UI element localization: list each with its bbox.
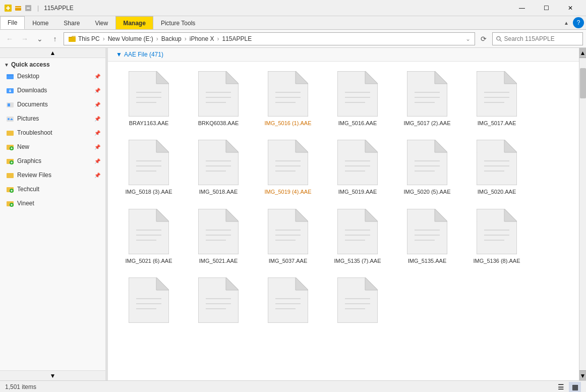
file-item-17[interactable]: IMG_5136 (8).AAE (464, 204, 530, 269)
file-item-3[interactable]: IMG_5016.AAE (325, 67, 390, 131)
sidebar-item-desktop[interactable]: Desktop 📌 (0, 69, 105, 83)
sidebar-scroll-down[interactable]: ▼ (0, 370, 105, 380)
file-name-11: IMG_5020.AAE (478, 188, 516, 195)
title-bar-separator: | (37, 5, 39, 12)
tab-view[interactable]: View (87, 16, 115, 29)
file-name-1: BRKQ6038.AAE (198, 120, 239, 127)
group-toggle-icon: ▼ (116, 51, 122, 58)
sidebar-scroll-up[interactable]: ▲ (0, 48, 105, 58)
sidebar-label-pictures: Pictures (17, 115, 91, 122)
scroll-up-button[interactable]: ▲ (579, 48, 587, 58)
sidebar-section-quick-access[interactable]: ▼ Quick access (0, 58, 105, 69)
file-item-4[interactable]: IMG_5017 (2).AAE (394, 67, 460, 131)
ribbon: File Home Share View Manage Picture Tool… (0, 16, 586, 30)
search-input[interactable] (504, 35, 579, 42)
sidebar-label-documents: Documents (17, 101, 91, 108)
file-icon-row4-0 (129, 277, 169, 323)
maximize-button[interactable]: ☐ (535, 0, 558, 16)
sidebar-item-vineet[interactable]: Vineet (0, 196, 105, 210)
file-icon-13 (198, 209, 239, 254)
tab-manage[interactable]: Manage (115, 16, 153, 29)
svg-marker-73 (435, 140, 447, 152)
file-item-2[interactable]: IMG_5016 (1).AAE (255, 67, 321, 131)
tab-share[interactable]: Share (56, 16, 87, 29)
svg-marker-58 (226, 140, 239, 152)
vineet-folder-icon (6, 199, 14, 207)
file-item-8[interactable]: IMG_5019 (4).AAE (255, 135, 321, 200)
title-bar-title: 115APPLE (44, 5, 74, 12)
file-item-6[interactable]: IMG_5018 (3).AAE (116, 135, 182, 200)
sidebar-label-graphics: Graphics (17, 157, 91, 164)
svg-marker-103 (435, 209, 447, 221)
file-item-0[interactable]: BRAY1163.AAE (116, 67, 182, 131)
file-icon-4 (407, 71, 447, 117)
file-item-15[interactable]: IMG_5135 (7).AAE (325, 204, 390, 269)
graphics-folder-icon (6, 157, 14, 165)
file-item-9[interactable]: IMG_5019.AAE (325, 135, 390, 200)
content-scrollbar[interactable]: ▲ ▼ (579, 48, 586, 380)
scroll-thumb[interactable] (580, 68, 586, 98)
sidebar-item-review-files[interactable]: Review Files 📌 (0, 168, 105, 182)
file-item-1[interactable]: BRKQ6038.AAE (186, 67, 251, 131)
svg-rect-1 (15, 6, 21, 11)
sidebar-label-desktop: Desktop (17, 73, 91, 80)
sidebar-item-new[interactable]: New 📌 (0, 140, 105, 154)
file-icon-7 (198, 140, 239, 185)
svg-point-11 (8, 118, 10, 120)
file-name-4: IMG_5017 (2).AAE (404, 120, 451, 127)
grid-view-button[interactable]: ▦ (569, 382, 581, 392)
svg-marker-113 (156, 277, 169, 290)
up-button[interactable]: ↑ (48, 32, 62, 45)
sidebar-item-troubleshoot[interactable]: Troubleshoot 📌 (0, 126, 105, 140)
dropdown-button[interactable]: ⌄ (33, 32, 46, 45)
file-item-row4-0[interactable] (116, 273, 182, 327)
file-item-row4-3[interactable] (325, 273, 390, 327)
sidebar-item-graphics[interactable]: Graphics 📌 (0, 154, 105, 168)
minimize-button[interactable]: — (510, 0, 534, 16)
group-toggle[interactable]: ▼ AAE File (471) (116, 51, 163, 58)
svg-marker-63 (296, 140, 308, 152)
sidebar-item-pictures[interactable]: Pictures 📌 (0, 111, 105, 126)
svg-marker-53 (156, 140, 169, 152)
file-item-16[interactable]: IMG_5135.AAE (394, 204, 460, 269)
help-button[interactable]: ? (573, 17, 584, 28)
file-name-6: IMG_5018 (3).AAE (126, 188, 172, 195)
ribbon-right: ▲ ? (203, 16, 586, 29)
address-box[interactable]: This PC › New Volume (E:) › Backup › iPh… (64, 32, 475, 45)
forward-button[interactable]: → (18, 32, 31, 45)
file-item-row4-2[interactable] (255, 273, 321, 327)
file-item-13[interactable]: IMG_5021.AAE (186, 204, 251, 269)
scroll-down-button[interactable]: ▼ (579, 370, 587, 380)
file-item-12[interactable]: IMG_5021 (6).AAE (116, 204, 182, 269)
tab-picture-tools[interactable]: Picture Tools (153, 16, 203, 29)
tab-file[interactable]: File (0, 16, 25, 29)
list-view-button[interactable]: ☰ (555, 382, 567, 392)
sidebar-item-documents[interactable]: Documents 📌 (0, 97, 105, 111)
file-item-7[interactable]: IMG_5018.AAE (186, 135, 251, 200)
sidebar-label-troubleshoot: Troubleshoot (17, 129, 91, 136)
scroll-track (579, 58, 587, 370)
file-item-11[interactable]: IMG_5020.AAE (464, 135, 530, 200)
tab-home[interactable]: Home (25, 16, 56, 29)
address-path-backup: Backup (161, 35, 182, 42)
file-name-2: IMG_5016 (1).AAE (265, 120, 312, 127)
svg-marker-78 (504, 140, 517, 152)
back-button[interactable]: ← (3, 32, 16, 45)
file-item-5[interactable]: IMG_5017.AAE (464, 67, 530, 131)
sidebar-item-techcult[interactable]: Techcult (0, 182, 105, 196)
title-bar-controls: — ☐ ✕ (510, 0, 582, 16)
file-item-row4-1[interactable] (186, 273, 251, 327)
svg-marker-83 (156, 209, 169, 221)
group-label: AAE File (471) (124, 51, 163, 58)
close-button[interactable]: ✕ (559, 0, 582, 16)
desktop-folder-icon (6, 72, 14, 80)
item-count: 1,501 items (5, 383, 36, 390)
sidebar-item-downloads[interactable]: Downloads 📌 (0, 83, 105, 97)
file-item-14[interactable]: IMG_5037.AAE (255, 204, 321, 269)
search-box[interactable] (492, 32, 583, 45)
file-item-10[interactable]: IMG_5020 (5).AAE (394, 135, 460, 200)
refresh-button[interactable]: ⟳ (477, 32, 490, 45)
file-name-8: IMG_5019 (4).AAE (265, 188, 312, 195)
downloads-pin-icon: 📌 (94, 88, 100, 93)
ribbon-collapse-button[interactable]: ▲ (560, 16, 573, 29)
